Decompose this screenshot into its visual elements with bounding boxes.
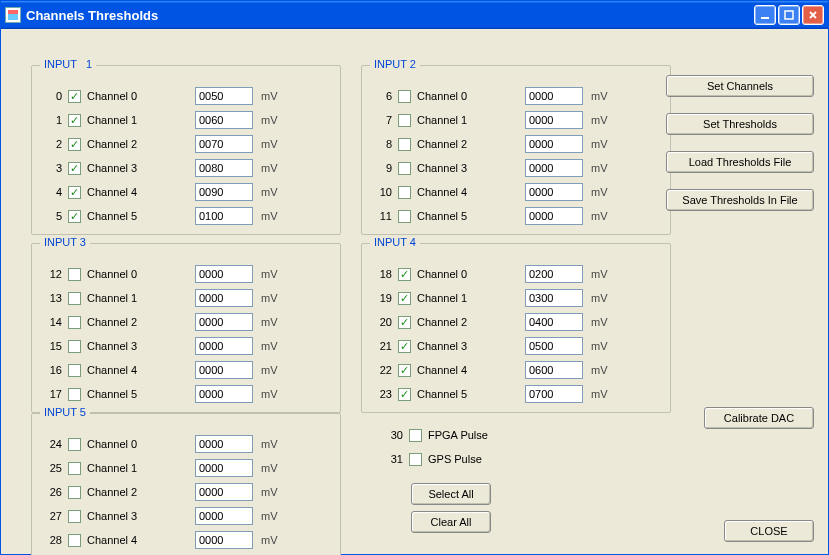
threshold-input[interactable] (195, 135, 253, 153)
channel-checkbox[interactable] (68, 438, 81, 451)
channel-checkbox[interactable]: ✓ (68, 138, 81, 151)
threshold-input[interactable] (195, 435, 253, 453)
threshold-input[interactable] (195, 111, 253, 129)
save-thresholds-button[interactable]: Save Thresholds In File (666, 189, 814, 211)
channel-checkbox[interactable]: ✓ (68, 114, 81, 127)
load-thresholds-button[interactable]: Load Thresholds File (666, 151, 814, 173)
channel-checkbox[interactable] (68, 486, 81, 499)
threshold-input[interactable] (525, 87, 583, 105)
channel-checkbox[interactable] (398, 114, 411, 127)
channel-checkbox[interactable] (398, 186, 411, 199)
threshold-input[interactable] (525, 111, 583, 129)
unit-label: mV (261, 162, 278, 174)
channel-label: Channel 2 (87, 138, 157, 150)
channel-checkbox[interactable]: ✓ (68, 90, 81, 103)
channel-row: 23✓Channel 5mV (370, 382, 662, 406)
threshold-input[interactable] (195, 361, 253, 379)
channel-checkbox[interactable]: ✓ (68, 210, 81, 223)
threshold-input[interactable] (525, 289, 583, 307)
set-channels-button[interactable]: Set Channels (666, 75, 814, 97)
channel-row: 0✓Channel 0mV (40, 84, 332, 108)
channel-checkbox[interactable] (68, 340, 81, 353)
channel-checkbox[interactable] (398, 90, 411, 103)
unit-label: mV (591, 90, 608, 102)
threshold-input[interactable] (195, 87, 253, 105)
threshold-input[interactable] (195, 483, 253, 501)
gps-pulse-checkbox[interactable] (409, 453, 422, 466)
channel-checkbox[interactable] (68, 388, 81, 401)
threshold-input[interactable] (525, 265, 583, 283)
channel-row: 21✓Channel 3mV (370, 334, 662, 358)
threshold-input[interactable] (525, 159, 583, 177)
channel-checkbox[interactable]: ✓ (68, 162, 81, 175)
calibrate-dac-button[interactable]: Calibrate DAC (704, 407, 814, 429)
threshold-input[interactable] (195, 507, 253, 525)
threshold-input[interactable] (525, 361, 583, 379)
channel-checkbox[interactable] (68, 292, 81, 305)
channel-checkbox[interactable]: ✓ (398, 388, 411, 401)
channel-checkbox[interactable]: ✓ (398, 268, 411, 281)
clear-all-button[interactable]: Clear All (411, 511, 491, 533)
threshold-input[interactable] (525, 313, 583, 331)
threshold-input[interactable] (195, 183, 253, 201)
threshold-input[interactable] (525, 385, 583, 403)
group-legend: INPUT 3 (40, 236, 90, 248)
row-index: 5 (40, 210, 62, 222)
threshold-input[interactable] (195, 459, 253, 477)
row-index: 4 (40, 186, 62, 198)
row-index: 7 (370, 114, 392, 126)
channel-label: Channel 2 (417, 316, 487, 328)
extra-pulses: 30 FPGA Pulse 31 GPS Pulse (381, 423, 518, 471)
channel-checkbox[interactable] (398, 210, 411, 223)
channel-checkbox[interactable] (68, 316, 81, 329)
channel-checkbox[interactable]: ✓ (398, 340, 411, 353)
select-all-button[interactable]: Select All (411, 483, 491, 505)
channel-checkbox[interactable]: ✓ (398, 292, 411, 305)
channel-row: 19✓Channel 1mV (370, 286, 662, 310)
close-window-button[interactable] (802, 5, 824, 25)
channel-row: 14Channel 2mV (40, 310, 332, 334)
channel-checkbox[interactable]: ✓ (68, 186, 81, 199)
minimize-button[interactable] (754, 5, 776, 25)
channel-label: Channel 1 (87, 462, 157, 474)
threshold-input[interactable] (195, 207, 253, 225)
group-legend: INPUT 2 (370, 58, 420, 70)
threshold-input[interactable] (195, 531, 253, 549)
channel-checkbox[interactable] (68, 462, 81, 475)
threshold-input[interactable] (195, 337, 253, 355)
unit-label: mV (261, 186, 278, 198)
threshold-input[interactable] (525, 337, 583, 355)
threshold-input[interactable] (195, 313, 253, 331)
channel-checkbox[interactable] (68, 364, 81, 377)
client-area: INPUT 1 0✓Channel 0mV1✓Channel 1mV2✓Chan… (1, 29, 828, 554)
channel-row: 15Channel 3mV (40, 334, 332, 358)
channel-checkbox[interactable] (398, 138, 411, 151)
channel-checkbox[interactable]: ✓ (398, 316, 411, 329)
group-input-5: INPUT 5 24Channel 0mV25Channel 1mV26Chan… (31, 413, 341, 555)
close-button[interactable]: CLOSE (724, 520, 814, 542)
unit-label: mV (591, 162, 608, 174)
maximize-button[interactable] (778, 5, 800, 25)
threshold-input[interactable] (195, 385, 253, 403)
channel-row: 5✓Channel 5mV (40, 204, 332, 228)
threshold-input[interactable] (525, 135, 583, 153)
threshold-input[interactable] (525, 207, 583, 225)
unit-label: mV (591, 186, 608, 198)
threshold-input[interactable] (195, 289, 253, 307)
fpga-pulse-checkbox[interactable] (409, 429, 422, 442)
channel-checkbox[interactable] (68, 268, 81, 281)
channel-row: 9Channel 3mV (370, 156, 662, 180)
channel-label: Channel 4 (87, 186, 157, 198)
channel-checkbox[interactable] (68, 534, 81, 547)
channel-checkbox[interactable]: ✓ (398, 364, 411, 377)
channel-checkbox[interactable] (68, 510, 81, 523)
app-icon (5, 7, 21, 23)
unit-label: mV (261, 90, 278, 102)
channel-label: Channel 3 (417, 340, 487, 352)
set-thresholds-button[interactable]: Set Thresholds (666, 113, 814, 135)
threshold-input[interactable] (195, 159, 253, 177)
channel-checkbox[interactable] (398, 162, 411, 175)
threshold-input[interactable] (525, 183, 583, 201)
unit-label: mV (261, 438, 278, 450)
threshold-input[interactable] (195, 265, 253, 283)
